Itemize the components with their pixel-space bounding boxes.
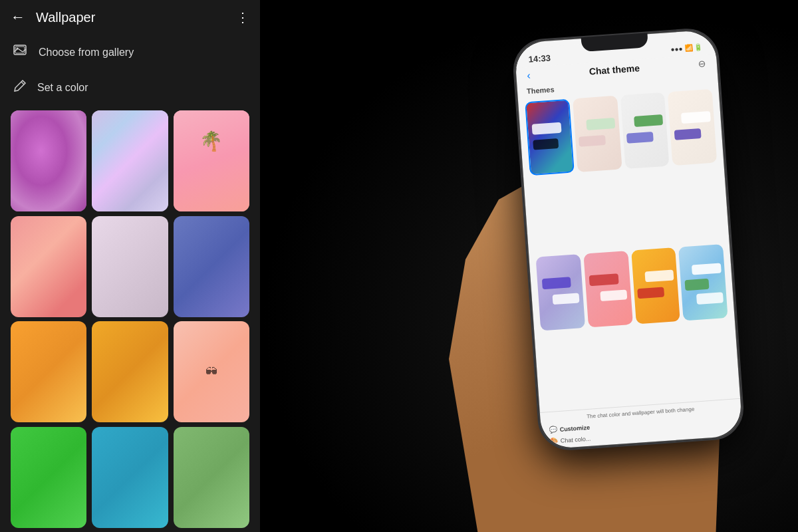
phone-time: 14:33 [528, 53, 551, 65]
phone-close-icon: ⊖ [698, 58, 706, 69]
theme-card-8[interactable] [678, 244, 728, 321]
header-left: ← Wallpaper [11, 9, 95, 26]
more-options-button[interactable]: ⋮ [236, 9, 249, 25]
theme-card-5[interactable] [536, 254, 585, 331]
phone-container: 14:33 ●●● 📶 🔋 ‹ Chat theme ⊖ Themes [511, 27, 745, 452]
back-icon: ← [11, 9, 25, 26]
phone-app-title: Chat theme [589, 63, 640, 76]
theme-card-6[interactable] [583, 251, 632, 328]
wallpaper-thumb-11[interactable] [92, 427, 168, 528]
wallpaper-thumb-12[interactable] [174, 427, 249, 528]
wallpaper-thumb-3[interactable]: 🌴 [174, 110, 249, 211]
phone-chat-color: Chat colo... [560, 435, 591, 444]
page-title: Wallpaper [36, 10, 95, 25]
color-label: Set a color [37, 82, 88, 94]
right-panel: 14:33 ●●● 📶 🔋 ‹ Chat theme ⊖ Themes [260, 0, 798, 532]
wallpaper-thumb-9[interactable]: 🕶 [174, 321, 249, 422]
wallpaper-thumb-10[interactable] [11, 427, 86, 528]
wallpaper-thumb-2[interactable] [92, 110, 168, 211]
phone-themes-label: Themes [527, 85, 555, 95]
gallery-menu-item[interactable]: Choose from gallery [0, 35, 260, 70]
theme-card-7[interactable] [631, 247, 680, 325]
svg-point-5 [17, 48, 19, 50]
wallpaper-panel: ← Wallpaper ⋮ Choose from gallery [0, 0, 260, 532]
theme-card-2[interactable] [573, 96, 622, 173]
wallpaper-thumb-7[interactable] [11, 321, 86, 422]
back-button[interactable]: ← [11, 9, 25, 26]
wallpaper-thumb-6[interactable] [174, 216, 249, 317]
phone-theme-grid [518, 86, 740, 412]
gallery-icon [13, 44, 28, 61]
wallpaper-thumb-1[interactable] [11, 110, 86, 211]
phone-status-icons: ●●● 📶 🔋 [670, 44, 702, 53]
svg-line-3 [18, 49, 23, 52]
color-menu-item[interactable]: Set a color [0, 70, 260, 105]
more-icon: ⋮ [236, 10, 249, 25]
phone-back-icon: ‹ [527, 70, 531, 82]
header: ← Wallpaper ⋮ [0, 0, 260, 35]
theme-card-1[interactable] [525, 99, 574, 176]
wallpaper-thumb-8[interactable] [92, 321, 168, 422]
wallpaper-grid: 🌴 🕶 [0, 105, 260, 532]
phone-customize-label: Customize [559, 424, 590, 432]
theme-card-4[interactable] [668, 89, 717, 166]
phone-screen: 14:33 ●●● 📶 🔋 ‹ Chat theme ⊖ Themes [514, 29, 743, 450]
wallpaper-thumb-4[interactable] [11, 216, 86, 317]
color-icon [13, 79, 27, 96]
wallpaper-thumb-5[interactable] [92, 216, 168, 317]
theme-card-3[interactable] [620, 92, 669, 170]
gallery-label: Choose from gallery [39, 47, 134, 59]
svg-line-6 [21, 82, 24, 84]
